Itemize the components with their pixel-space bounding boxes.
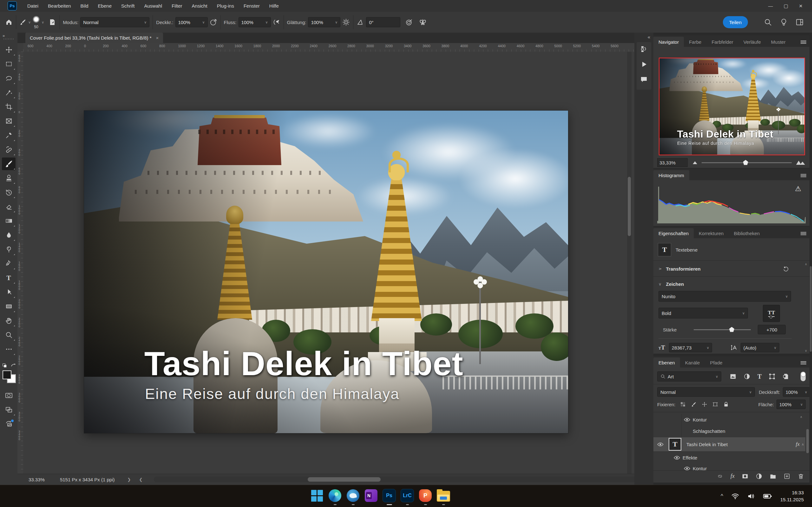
variable-font-button[interactable]: TT [763,305,780,322]
zoom-out-icon[interactable] [693,161,697,164]
link-layers-icon[interactable] [716,473,723,480]
tab-korrekturen[interactable]: Korrekturen [694,228,728,238]
gradient-tool[interactable] [2,215,15,227]
navigator-zoom-slider[interactable] [702,162,792,163]
tab-eigenschaften[interactable]: Eigenschaften [653,228,694,238]
default-colors-icon[interactable] [3,363,7,368]
discover-lightbulb-icon[interactable] [780,18,788,26]
font-weight-value[interactable]: +700 [758,325,786,334]
section-expanded-chevron[interactable]: ∨ [658,282,662,286]
close-button[interactable]: × [799,3,803,9]
angle-input[interactable]: 0° [366,17,400,27]
brush-picker-chevron[interactable]: ∨ [42,20,44,24]
menu-item[interactable]: Schrift [116,0,140,12]
horizontal-ruler[interactable]: 6004002000200400600800100012001400160018… [23,43,635,52]
layers-scrollbar-thumb[interactable] [806,429,809,453]
workspace-switcher-icon[interactable] [796,18,804,26]
brush-size-preview[interactable]: 50 [33,16,40,29]
filter-type-layers-icon[interactable]: T [757,373,762,380]
horizontal-scrollbar[interactable] [154,476,644,482]
status-next-icon[interactable]: ❯ [127,477,131,482]
home-button[interactable] [5,18,13,26]
menu-item[interactable]: Bearbeiten [43,0,76,12]
actions-panel-icon[interactable] [640,60,648,68]
new-layer-icon[interactable] [783,473,791,480]
zoom-slider-thumb[interactable] [743,160,748,165]
leading-select[interactable]: (Auto)∨ [741,343,779,352]
quick-mask-button[interactable] [2,389,15,402]
menu-item[interactable]: Plug-ins [212,0,239,12]
filter-smart-objects-icon[interactable] [782,373,790,380]
filter-shape-layers-icon[interactable] [768,373,775,380]
airbrush-icon[interactable] [273,18,281,26]
menu-item[interactable]: Auswahl [140,0,167,12]
visibility-toggle[interactable] [655,442,666,447]
weight-slider-thumb[interactable] [729,327,734,332]
opacity-select[interactable]: 100%∨ [175,17,208,27]
tab-close-icon[interactable]: × [156,35,159,41]
taskbar-thunderbird[interactable] [346,489,360,502]
effects-group-row[interactable]: Effekte [653,452,805,463]
fx-badge[interactable]: fx [796,441,800,447]
crop-tool[interactable] [2,101,15,113]
filter-pixel-layers-icon[interactable] [729,373,737,380]
status-zoom-value[interactable]: 33.33% [29,477,45,482]
tab-farbfelder[interactable]: Farbfelder [706,37,738,47]
scroll-down-icon[interactable]: ∨ [804,349,808,352]
new-group-icon[interactable] [769,473,776,480]
layer-filter-select[interactable]: Art∨ [657,372,721,382]
character-section-header[interactable]: Zeichen [666,281,684,287]
delete-layer-icon[interactable] [798,473,804,480]
lock-all-icon[interactable] [723,401,729,407]
hand-tool[interactable] [2,314,15,327]
expand-panels-button[interactable]: « [648,34,650,40]
tab-farbe[interactable]: Farbe [684,37,706,47]
tab-histogramm[interactable]: Histogramm [653,170,689,180]
vertical-ruler[interactable]: 6004002000200400600800100012001400160018… [17,52,23,474]
menu-item[interactable]: Filter [167,0,187,12]
flow-select[interactable]: 100%∨ [239,17,271,27]
panels-scrollbar-thumb[interactable] [810,266,812,352]
pressure-size-button[interactable] [405,18,413,26]
lock-position-icon[interactable] [702,401,707,407]
lock-transparency-icon[interactable] [680,401,686,407]
shape-tool[interactable] [2,300,15,313]
eyedropper-tool[interactable] [2,129,15,142]
histogram-warning-icon[interactable]: ⚠ [795,185,801,193]
toolbar-grip[interactable] [3,38,14,40]
panels-scrollbar[interactable] [809,33,812,485]
wifi-icon[interactable] [731,493,739,499]
font-style-select[interactable]: Bold∨ [658,308,748,319]
transform-section-header[interactable]: Transformieren [666,266,701,272]
visibility-toggle[interactable] [671,456,682,460]
tab-navigator[interactable]: Navigator [653,37,684,47]
frame-tool[interactable] [2,115,15,127]
share-button[interactable]: Teilen [723,16,748,28]
menu-item[interactable]: Datei [22,0,43,12]
healing-brush-tool[interactable] [2,143,15,156]
zoom-in-icon[interactable] [796,160,806,165]
reset-transform-icon[interactable] [783,266,789,272]
pressure-opacity-icon[interactable] [210,18,217,26]
taskbar-lightroom[interactable]: LrC [401,489,414,502]
lock-artboard-icon[interactable] [712,401,718,407]
history-brush-tool[interactable] [2,186,15,199]
panel-menu-icon[interactable] [801,232,806,236]
add-adjustment-icon[interactable] [756,473,763,480]
filter-adjustment-layers-icon[interactable] [744,373,751,380]
speaker-icon[interactable] [747,493,755,499]
eraser-tool[interactable] [2,200,15,213]
menu-item[interactable]: Hilfe [264,0,284,12]
navigator-zoom-value[interactable]: 33,33% [657,158,688,167]
lasso-tool[interactable] [2,72,15,84]
toolbar-collapse-button[interactable]: » [3,33,4,38]
taskbar-onenote[interactable] [364,489,378,502]
brush-tool[interactable] [2,158,15,170]
foreground-color-swatch[interactable] [3,371,11,379]
layer-fill-select[interactable]: 100%∨ [776,400,806,409]
menu-item[interactable]: Fenster [239,0,264,12]
taskbar-explorer[interactable] [437,489,450,502]
scroll-up-icon[interactable]: ∧ [800,415,803,418]
brush-tool-preset[interactable]: ∨ [19,19,31,26]
canvas-viewport[interactable]: Tashi Delek in Tibet Eine Reise auf durc… [23,52,635,474]
